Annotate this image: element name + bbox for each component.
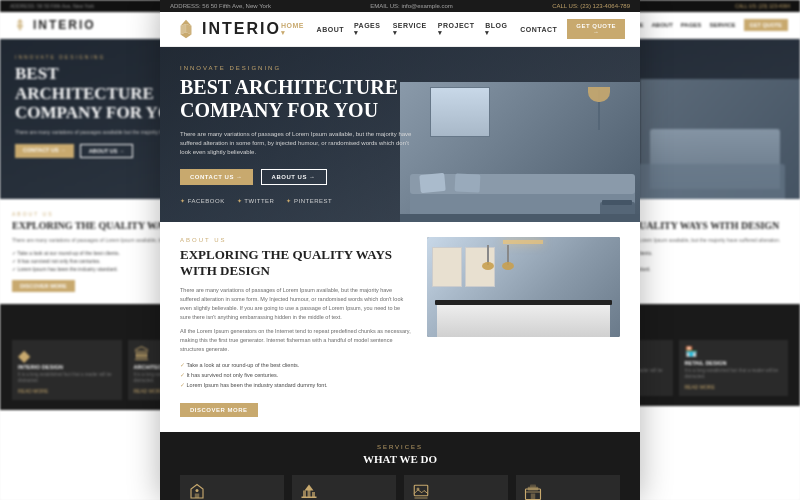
svg-marker-6 [305, 484, 314, 490]
service-card-2: Architecture It is a long established fa… [292, 475, 396, 500]
svg-rect-13 [530, 484, 536, 487]
about-img-block [427, 237, 620, 337]
hero-tag: INNOVATE DESIGNING [180, 65, 620, 71]
nav-links: HOME ▾ ABOUT PAGES ▾ SERVICE ▾ PROJECT ▾… [281, 19, 625, 39]
services-tag: SERVICES [180, 444, 620, 450]
services-grid: Interio Design It is a long established … [180, 475, 620, 500]
nav-about[interactable]: ABOUT [317, 26, 344, 33]
about-desc1: There are many variations of passages of… [180, 286, 412, 321]
svg-rect-3 [303, 490, 306, 498]
discover-button[interactable]: DISCOVER MORE [180, 403, 258, 417]
hero-content: INNOVATE DESIGNING BEST ARCHITECTURE COM… [160, 47, 640, 222]
check-item-1: Take a look at our round-up of the best … [180, 360, 412, 370]
about-desc2: All the Lorem Ipsum generators on the In… [180, 327, 412, 353]
hero-description: There are many variations of passages of… [180, 130, 420, 157]
social-twitter[interactable]: TWITTER [237, 197, 275, 204]
about-tag: ABOUT US [180, 237, 412, 243]
nav-contact[interactable]: CONTACT [520, 26, 557, 33]
social-pinterest[interactable]: PINTEREST [286, 197, 332, 204]
nav-project[interactable]: PROJECT ▾ [438, 22, 475, 37]
service-card-3: 3d/3d Art Work It is a long established … [404, 475, 508, 500]
svg-point-1 [196, 489, 199, 492]
hero-section: INNOVATE DESIGNING BEST ARCHITECTURE COM… [160, 47, 640, 222]
services-section: SERVICES WHAT WE DO Interio Design It is… [160, 432, 640, 500]
contact-button[interactable]: CONTACT US → [180, 169, 253, 185]
about-section: ABOUT US EXPLORING THE QUALITY WAYS WITH… [160, 222, 640, 432]
social-facebook[interactable]: FACEBOOK [180, 197, 225, 204]
nav-blog[interactable]: BLOG ▾ [485, 22, 510, 37]
nav-pages[interactable]: PAGES ▾ [354, 22, 383, 37]
about-text: ABOUT US EXPLORING THE QUALITY WAYS WITH… [180, 237, 412, 417]
nav-home[interactable]: HOME ▾ [281, 22, 307, 37]
logo-text: INTERIO [202, 20, 281, 38]
address: ADDRESS: 56 50 Fifth Ave, New York [170, 3, 271, 9]
service-icon-4 [524, 483, 612, 500]
service-card-4: Retail Design It is a long established f… [516, 475, 620, 500]
service-icon-3 [412, 483, 500, 500]
svg-rect-5 [312, 492, 315, 498]
nav-service[interactable]: SERVICE ▾ [393, 22, 428, 37]
svg-rect-9 [414, 497, 428, 499]
service-icon-2 [300, 483, 388, 500]
service-card-1: Interio Design It is a long established … [180, 475, 284, 500]
logo-icon [175, 18, 197, 40]
email: EMAIL US: info@example.com [370, 3, 453, 9]
svg-rect-7 [414, 485, 428, 496]
top-bar: ADDRESS: 56 50 Fifth Ave, New York EMAIL… [160, 0, 640, 12]
phone: CALL US: (23) 123-4064-789 [552, 3, 630, 9]
get-quote-button[interactable]: GET QUOTE → [567, 19, 625, 39]
kitchen-image [427, 237, 620, 337]
social-links: FACEBOOK TWITTER PINTEREST [180, 197, 620, 204]
service-icon-1 [188, 483, 276, 500]
about-image [427, 237, 620, 417]
about-title: EXPLORING THE QUALITY WAYS WITH DESIGN [180, 247, 412, 278]
svg-rect-11 [531, 493, 536, 499]
hero-title: BEST ARCHITECTURE COMPANY FOR YOU [180, 76, 400, 122]
about-checklist: Take a look at our round-up of the best … [180, 360, 412, 390]
check-item-2: It has survived not only five centuries. [180, 370, 412, 380]
logo: INTERIO [175, 18, 281, 40]
services-title: WHAT WE DO [180, 453, 620, 465]
hero-buttons: CONTACT US → ABOUT US → [180, 169, 620, 185]
check-item-3: Lorem Ipsum has been the industry standa… [180, 380, 412, 390]
svg-rect-0 [195, 493, 200, 498]
services-header: SERVICES WHAT WE DO [180, 444, 620, 465]
main-site: ADDRESS: 56 50 Fifth Ave, New York EMAIL… [160, 0, 640, 500]
site-header: INTERIO HOME ▾ ABOUT PAGES ▾ SERVICE ▾ P… [160, 12, 640, 47]
about-button[interactable]: ABOUT US → [261, 169, 327, 185]
